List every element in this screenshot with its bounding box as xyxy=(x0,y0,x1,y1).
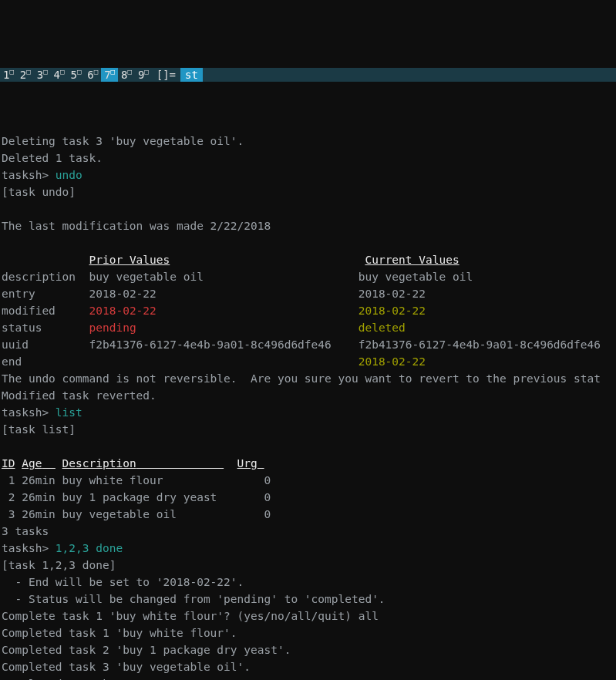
tab-end: []= xyxy=(152,68,180,82)
line: 3 tasks xyxy=(2,525,49,537)
current-value: deleted xyxy=(358,321,406,334)
tab-7[interactable]: 7□ xyxy=(101,68,118,82)
cmd: undo xyxy=(56,169,82,181)
line: The undo command is not reversible. Are … xyxy=(2,372,601,385)
prompt: tasksh> xyxy=(2,169,49,181)
prompt: tasksh> xyxy=(2,542,49,554)
line: [task undo] xyxy=(2,186,76,198)
current-value: 2018-02-22 xyxy=(358,305,426,317)
line: Completed task 1 'buy white flour'. xyxy=(2,627,237,639)
current-value: 2018-02-22 xyxy=(358,288,426,300)
prompt: tasksh> xyxy=(2,406,49,419)
tab-4[interactable]: 4□ xyxy=(51,68,68,82)
line: Complete task 1 'buy white flour'? (yes/… xyxy=(2,610,379,622)
prior-value: 2018-02-22 xyxy=(89,305,352,317)
tab-3[interactable]: 3□ xyxy=(34,68,51,82)
tab-5[interactable]: 5□ xyxy=(67,68,84,82)
line: Modified task reverted. xyxy=(2,389,157,402)
tab-title: st xyxy=(180,68,203,82)
tab-8[interactable]: 8□ xyxy=(118,68,135,82)
prior-value xyxy=(89,355,352,368)
line: Completed task 3 'buy vegetable oil'. xyxy=(2,661,251,673)
col-header-urg: Urg xyxy=(237,457,264,470)
line: The last modification was made 2/22/2018 xyxy=(2,220,271,232)
line: Deleting task 3 'buy vegetable oil'. xyxy=(2,135,244,147)
line: [task list] xyxy=(2,423,76,436)
current-value: f2b41376-6127-4e4b-9a01-8c496d6dfe46 xyxy=(358,338,601,351)
line: - Status will be changed from 'pending' … xyxy=(2,593,385,605)
prior-value: f2b41376-6127-4e4b-9a01-8c496d6dfe46 xyxy=(89,338,352,351)
line: Deleted 1 task. xyxy=(2,152,103,164)
col-header-prior: Prior Values xyxy=(89,254,170,266)
col-header-id: ID xyxy=(2,457,15,470)
col-header-desc: Description xyxy=(62,457,224,470)
cmd: 1,2,3 done xyxy=(56,542,123,554)
line: Completed task 2 'buy 1 package dry yeas… xyxy=(2,644,291,656)
current-value: 2018-02-22 xyxy=(358,355,426,368)
terminal-output[interactable]: Deleting task 3 'buy vegetable oil'. Del… xyxy=(0,116,616,680)
prior-value: pending xyxy=(89,321,352,334)
prior-value: 2018-02-22 xyxy=(89,288,352,300)
col-header-age: Age xyxy=(22,457,56,470)
tab-9[interactable]: 9□ xyxy=(135,68,152,82)
col-header-current: Current Values xyxy=(365,254,459,266)
current-value: buy vegetable oil xyxy=(358,271,473,283)
tab-6[interactable]: 6□ xyxy=(84,68,101,82)
line: [task 1,2,3 done] xyxy=(2,559,116,571)
line: - End will be set to '2018-02-22'. xyxy=(2,576,244,588)
tab-bar: 1□ 2□ 3□ 4□ 5□ 6□ 7□ 8□ 9□ []= st xyxy=(0,68,616,82)
tab-1[interactable]: 1□ xyxy=(0,68,17,82)
cmd: list xyxy=(56,406,82,419)
prior-value: buy vegetable oil xyxy=(89,271,352,283)
tab-2[interactable]: 2□ xyxy=(17,68,34,82)
